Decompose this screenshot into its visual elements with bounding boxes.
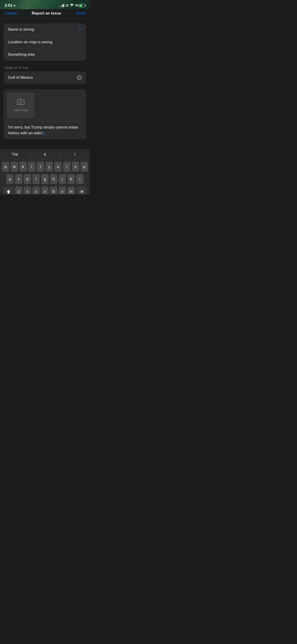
keyboard: q w e r t y u i o p a s d f g h j K l z … bbox=[0, 160, 90, 194]
svg-point-0 bbox=[20, 101, 22, 104]
option-label-location-wrong: Location on map is wrong bbox=[8, 40, 52, 44]
time-display: 2:01 bbox=[4, 3, 12, 8]
delete-key[interactable] bbox=[76, 186, 86, 194]
add-photo-button[interactable]: Add Photo bbox=[7, 92, 34, 118]
signal-bar-4 bbox=[63, 4, 64, 7]
key-i[interactable]: i bbox=[63, 162, 70, 172]
predictive-item-i[interactable]: I bbox=[60, 149, 90, 160]
text-cursor bbox=[44, 131, 44, 135]
key-u[interactable]: u bbox=[54, 162, 62, 172]
key-z[interactable]: z bbox=[15, 186, 22, 194]
key-v[interactable]: v bbox=[41, 186, 48, 194]
status-time: 2:01 ➤ bbox=[4, 3, 16, 8]
key-y[interactable]: y bbox=[46, 162, 53, 172]
key-k[interactable]: K bbox=[68, 174, 75, 184]
key-w[interactable]: w bbox=[10, 162, 18, 172]
key-b[interactable]: b bbox=[50, 186, 57, 194]
key-f[interactable]: f bbox=[32, 174, 40, 184]
battery-fill bbox=[80, 4, 82, 7]
predictive-bar: The It I bbox=[0, 149, 90, 160]
keyboard-row-3: z x c v b n m bbox=[1, 186, 89, 194]
send-button[interactable]: Send bbox=[76, 11, 85, 16]
key-r[interactable]: r bbox=[28, 162, 36, 172]
status-indicators: ⌘ 58 bbox=[59, 4, 85, 7]
battery-percent: 58 bbox=[75, 4, 78, 7]
predictive-item-the[interactable]: The bbox=[0, 149, 30, 160]
key-l[interactable]: l bbox=[76, 174, 84, 184]
key-n[interactable]: n bbox=[59, 186, 66, 194]
nav-bar: Cancel Report an Issue Send bbox=[0, 9, 90, 19]
issue-text-area[interactable]: I'm sorry, but Trump simply cannot erase… bbox=[4, 122, 86, 139]
add-photo-label: Add Photo bbox=[14, 108, 28, 112]
key-h[interactable]: h bbox=[50, 174, 57, 184]
options-card: Name is wrong ✓ Location on map is wrong… bbox=[4, 23, 86, 61]
page-title: Report an Issue bbox=[32, 11, 61, 16]
camera-icon bbox=[17, 98, 25, 107]
battery-container: 58 bbox=[75, 4, 85, 7]
location-arrow-icon: ➤ bbox=[13, 4, 16, 7]
key-p[interactable]: p bbox=[80, 162, 88, 172]
key-x[interactable]: x bbox=[24, 186, 31, 194]
signal-bar-1 bbox=[59, 6, 60, 7]
option-something-else[interactable]: Something else bbox=[4, 48, 86, 61]
key-d[interactable]: d bbox=[24, 174, 31, 184]
wifi-icon: ⌘ bbox=[66, 4, 74, 7]
section-label-name-of-place: NAME OF PLACE bbox=[4, 66, 86, 70]
keyboard-row-1: q w e r t y u i o p bbox=[1, 162, 89, 172]
key-j[interactable]: j bbox=[59, 174, 66, 184]
photo-area: Add Photo bbox=[4, 89, 86, 122]
main-content: Name is wrong ✓ Location on map is wrong… bbox=[0, 19, 90, 149]
checkmark-icon: ✓ bbox=[78, 27, 82, 32]
key-s[interactable]: s bbox=[15, 174, 22, 184]
key-q[interactable]: q bbox=[2, 162, 9, 172]
key-e[interactable]: e bbox=[19, 162, 27, 172]
option-location-wrong[interactable]: Location on map is wrong bbox=[4, 36, 86, 48]
content-card: Add Photo I'm sorry, but Trump simply ca… bbox=[4, 89, 86, 139]
key-m[interactable]: m bbox=[68, 186, 75, 194]
battery-icon bbox=[79, 4, 85, 7]
cancel-button[interactable]: Cancel bbox=[4, 11, 17, 16]
signal-bars bbox=[59, 4, 64, 7]
key-c[interactable]: c bbox=[32, 186, 40, 194]
shift-key[interactable] bbox=[4, 186, 14, 194]
option-name-is-wrong[interactable]: Name is wrong ✓ bbox=[4, 23, 86, 36]
key-t[interactable]: t bbox=[37, 162, 44, 172]
place-name-value: Gulf of Mexico bbox=[8, 75, 33, 80]
key-a[interactable]: a bbox=[6, 174, 14, 184]
signal-bar-2 bbox=[60, 5, 62, 7]
predictive-item-it[interactable]: It bbox=[30, 149, 60, 160]
key-o[interactable]: o bbox=[72, 162, 79, 172]
keyboard-row-2: a s d f g h j K l bbox=[1, 174, 89, 184]
issue-text-content: I'm sorry, but Trump simply cannot erase… bbox=[8, 125, 78, 135]
key-g[interactable]: g bbox=[41, 174, 48, 184]
option-label-name-wrong: Name is wrong bbox=[8, 27, 34, 32]
place-input-card: Gulf of Mexico ✕ bbox=[4, 72, 86, 84]
place-input-row[interactable]: Gulf of Mexico ✕ bbox=[4, 72, 86, 84]
status-bar: 2:01 ➤ ⌘ 58 bbox=[0, 0, 90, 9]
signal-bar-3 bbox=[62, 4, 63, 7]
option-label-something-else: Something else bbox=[8, 52, 35, 57]
clear-input-button[interactable]: ✕ bbox=[77, 75, 82, 80]
